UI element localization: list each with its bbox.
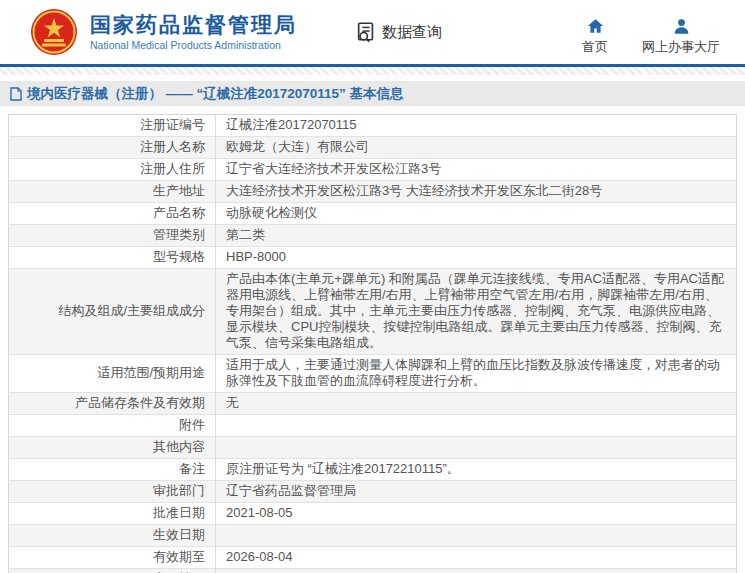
row-value: 2026-08-04 [216, 547, 737, 569]
table-row: 注册人住所 辽宁省大连经济技术开发区松江路3号 [9, 159, 737, 181]
row-label: 变更情况 [9, 569, 216, 573]
row-value: 大连经济技术开发区松江路3号 大连经济技术开发区东北二街28号 [216, 181, 737, 203]
nav-online-hall[interactable]: 网上办事大厅 [642, 18, 720, 56]
row-label: 产品名称 [9, 203, 216, 225]
row-label: 生效日期 [9, 525, 216, 547]
row-value: 产品由本体(主单元+踝单元) 和附属品（踝单元连接线缆、专用AC适配器、专用AC… [216, 269, 737, 355]
header-hatch-strip [0, 67, 745, 75]
site-header: 国家药品监督管理局 National Medical Products Admi… [0, 0, 745, 64]
row-label: 注册人名称 [9, 137, 216, 159]
header-quick-links: 首页 网上办事大厅 [582, 8, 720, 56]
row-value: 欧姆龙（大连）有限公司 [216, 137, 737, 159]
table-row: 管理类别 第二类 [9, 225, 737, 247]
row-label: 其他内容 [9, 437, 216, 459]
brand-text: 国家药品监督管理局 National Medical Products Admi… [90, 13, 297, 51]
nav-data-query-label: 数据查询 [382, 23, 442, 42]
row-value: HBP-8000 [216, 247, 737, 269]
table-row: 注册人名称 欧姆龙（大连）有限公司 [9, 137, 737, 159]
table-row: 产品储存条件及有效期 无 [9, 393, 737, 415]
row-label: 批准日期 [9, 503, 216, 525]
brand-title-en: National Medical Products Administration [90, 39, 297, 51]
row-label: 型号规格 [9, 247, 216, 269]
row-value: 第二类 [216, 225, 737, 247]
row-label: 生产地址 [9, 181, 216, 203]
row-value: 无 [216, 393, 737, 415]
document-icon [10, 87, 22, 101]
row-value [216, 437, 737, 459]
row-label: 结构及组成/主要组成成分 [9, 269, 216, 355]
row-value: 辽械注准20172070115 [216, 115, 737, 137]
table-row: 生产地址 大连经济技术开发区松江路3号 大连经济技术开发区东北二街28号 [9, 181, 737, 203]
site-logo[interactable]: 国家药品监督管理局 National Medical Products Admi… [30, 8, 297, 56]
row-value [216, 569, 737, 573]
row-value [216, 415, 737, 437]
nav-online-hall-label: 网上办事大厅 [642, 38, 720, 56]
table-row: 型号规格 HBP-8000 [9, 247, 737, 269]
home-icon [587, 18, 604, 34]
table-row: 变更情况 [9, 569, 737, 573]
row-label: 备注 [9, 459, 216, 481]
row-value: 原注册证号为 “辽械注准20172210115”。 [216, 459, 737, 481]
row-value: 辽宁省药品监督管理局 [216, 481, 737, 503]
row-value: 适用于成人，主要通过测量人体脚踝和上臂的血压比指数及脉波传播速度，对患者的动脉弹… [216, 355, 737, 393]
row-label: 注册人住所 [9, 159, 216, 181]
row-label: 审批部门 [9, 481, 216, 503]
national-emblem-icon [30, 8, 78, 56]
row-value: 动脉硬化检测仪 [216, 203, 737, 225]
nav-data-query[interactable]: 数据查询 [355, 21, 442, 43]
nav-home[interactable]: 首页 [582, 18, 608, 56]
row-label: 适用范围/预期用途 [9, 355, 216, 393]
table-row: 有效期至 2026-08-04 [9, 547, 737, 569]
row-value: 辽宁省大连经济技术开发区松江路3号 [216, 159, 737, 181]
table-row: 产品名称 动脉硬化检测仪 [9, 203, 737, 225]
table-row: 注册证编号 辽械注准20172070115 [9, 115, 737, 137]
table-row: 其他内容 [9, 437, 737, 459]
row-label: 管理类别 [9, 225, 216, 247]
row-label: 注册证编号 [9, 115, 216, 137]
user-icon [673, 18, 690, 34]
page-title: 境内医疗器械（注册） —— “辽械注准20172070115” 基本信息 [27, 85, 404, 103]
table-row: 附件 [9, 415, 737, 437]
table-row: 备注 原注册证号为 “辽械注准20172210115”。 [9, 459, 737, 481]
table-row: 结构及组成/主要组成成分 产品由本体(主单元+踝单元) 和附属品（踝单元连接线缆… [9, 269, 737, 355]
registration-info-table: 注册证编号 辽械注准20172070115 注册人名称 欧姆龙（大连）有限公司 … [8, 114, 737, 573]
table-row: 批准日期 2021-08-05 [9, 503, 737, 525]
table-row: 适用范围/预期用途 适用于成人，主要通过测量人体脚踝和上臂的血压比指数及脉波传播… [9, 355, 737, 393]
table-row: 生效日期 [9, 525, 737, 547]
page-title-bar: 境内医疗器械（注册） —— “辽械注准20172070115” 基本信息 [0, 81, 745, 106]
table-row: 审批部门 辽宁省药品监督管理局 [9, 481, 737, 503]
row-label: 有效期至 [9, 547, 216, 569]
data-query-icon [355, 21, 377, 43]
row-value: 2021-08-05 [216, 503, 737, 525]
brand-title-cn: 国家药品监督管理局 [90, 13, 297, 37]
registration-info-table-wrap: 注册证编号 辽械注准20172070115 注册人名称 欧姆龙（大连）有限公司 … [8, 114, 737, 573]
row-label: 附件 [9, 415, 216, 437]
row-label: 产品储存条件及有效期 [9, 393, 216, 415]
nav-home-label: 首页 [582, 38, 608, 56]
row-value [216, 525, 737, 547]
